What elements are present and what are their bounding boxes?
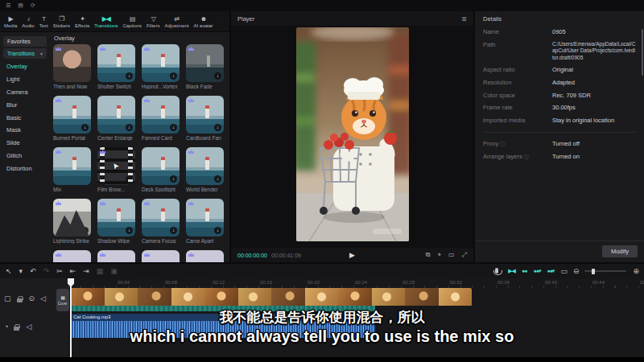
fullscreen-icon[interactable]: ⤢: [462, 251, 467, 259]
favorites-button[interactable]: Favorites: [3, 36, 47, 47]
transition-tile[interactable]: ↓Burned Portal: [53, 96, 91, 142]
tab-audio[interactable]: ♪Audio: [19, 14, 36, 29]
transition-thumbnail: ↓: [142, 199, 180, 237]
detail-row: Proxy ⓘTurned off: [483, 140, 636, 148]
video-frame[interactable]: [296, 27, 409, 241]
zoom-slider[interactable]: [584, 270, 626, 272]
transition-thumbnail: [142, 250, 180, 262]
redo-icon[interactable]: ↷: [43, 265, 49, 278]
transition-tile[interactable]: ↓Shutter Switch: [97, 44, 135, 90]
transition-thumbnail: [53, 44, 91, 82]
tab-ai-avatar[interactable]: ☻AI avatar: [191, 14, 215, 29]
transition-tile[interactable]: ↓Camera Focus: [142, 199, 180, 245]
vip-crown-icon: [100, 47, 105, 51]
transition-tile[interactable]: ↓Fanned Card: [142, 96, 180, 142]
transition-tile[interactable]: ↓➤Film Brow...: [97, 147, 135, 193]
split-icon[interactable]: ✂: [56, 265, 62, 278]
toggle-track-icon[interactable]: ▢: [4, 292, 10, 305]
transition-name: Cardboard Fan: [186, 135, 224, 141]
ruler-label: 00:24: [355, 280, 367, 285]
sidebar-item-glitch[interactable]: Glitch: [0, 149, 50, 162]
detail-value: Turned off: [552, 140, 636, 148]
transition-tile[interactable]: ↓Cardboard Fan: [186, 96, 224, 142]
transition-thumbnail: ↓: [53, 96, 91, 134]
transition-tile[interactable]: Then and Now: [53, 44, 91, 90]
sidebar-item-blur[interactable]: Blur: [0, 98, 50, 111]
transition-tile[interactable]: [53, 250, 91, 262]
cover-button[interactable]: ▦ Cover: [56, 289, 69, 311]
zoom-out-icon[interactable]: ⊖: [573, 265, 579, 278]
transition-tile[interactable]: ↓Carve Apart: [186, 199, 224, 245]
snap-magnet-icon[interactable]: ▶◀: [508, 265, 515, 278]
tab-effects[interactable]: ✦Effects: [72, 14, 92, 29]
tab-text[interactable]: TText: [37, 14, 51, 29]
hide-track-icon[interactable]: ⊙: [29, 292, 35, 305]
layout-icon[interactable]: ▤: [18, 0, 23, 11]
details-panel: Details Name0905PathC:/Users/Emenwa/AppD…: [475, 11, 644, 262]
transition-tile[interactable]: [186, 250, 224, 262]
playhead-line[interactable]: [70, 278, 72, 357]
transition-tile[interactable]: ↓World Bender: [186, 147, 224, 193]
trim-right-icon[interactable]: ⇥: [83, 265, 89, 278]
select-caret-icon[interactable]: ▾: [19, 265, 23, 278]
ratio-icon[interactable]: ▭: [448, 251, 455, 259]
sync-icon[interactable]: ⟳: [31, 0, 35, 11]
screen-icon[interactable]: ⧉: [426, 251, 431, 259]
mute-track-icon[interactable]: ◁: [40, 292, 45, 305]
undo-icon[interactable]: ↶: [30, 265, 35, 278]
keyframe-options-icon[interactable]: ●●▾: [533, 265, 540, 278]
track-options-icon[interactable]: ●●▾: [547, 265, 554, 278]
lock-track-icon[interactable]: [17, 298, 23, 302]
zoom-in-icon[interactable]: ⊕: [633, 265, 638, 278]
transition-tile[interactable]: ↓Deck Spotlight: [142, 147, 180, 193]
select-tool-icon[interactable]: ↖: [6, 265, 11, 278]
sidebar-item-light[interactable]: Light: [0, 73, 50, 86]
crop-icon[interactable]: ▣: [110, 265, 117, 278]
link-clips-icon[interactable]: ●●: [522, 265, 526, 278]
details-rows: Name0905PathC:/Users/Emenwa/AppData/Loca…: [475, 26, 644, 160]
transition-thumbnail: ↓: [186, 96, 224, 134]
sidebar-item-slide[interactable]: Slide: [0, 137, 50, 150]
tab-captions[interactable]: ▤Captions: [120, 14, 144, 29]
transition-tile[interactable]: ↓Black Fade: [186, 44, 224, 90]
sidebar-item-mask[interactable]: Mask: [0, 124, 50, 137]
timeline-ruler[interactable]: 00:0400:0800:1200:1600:2000:2400:2800:32…: [68, 278, 644, 288]
audio-scope-icon[interactable]: ◔: [4, 320, 7, 333]
tab-adjustment[interactable]: ⇄Adjustment: [162, 14, 191, 29]
preview-quality-icon[interactable]: ▭: [560, 265, 567, 278]
transition-tile[interactable]: ↓Hypnot...Vortex: [142, 44, 180, 90]
lock-track-icon[interactable]: [14, 327, 19, 331]
play-button[interactable]: ▶: [349, 251, 355, 259]
sidebar-item-distortion[interactable]: Distortion: [0, 162, 50, 175]
sidebar-item-camera[interactable]: Camera: [0, 86, 50, 99]
transition-tile[interactable]: ↓Center Enlarge: [97, 96, 135, 142]
transition-tile[interactable]: [142, 250, 180, 262]
mute-track-icon[interactable]: ◁: [26, 320, 31, 333]
focus-icon[interactable]: ⌖: [438, 251, 442, 259]
zoom-slider-knob[interactable]: [592, 269, 595, 274]
transition-tile[interactable]: ↓Shadow Wipe: [97, 199, 135, 245]
modify-button[interactable]: Modify: [602, 245, 638, 257]
transition-tile[interactable]: [97, 250, 135, 262]
details-header: Details: [475, 11, 644, 26]
tab-transitions[interactable]: ▶◀Transitions: [92, 14, 120, 29]
trim-left-icon[interactable]: ⇤: [70, 265, 76, 278]
transition-tile[interactable]: Mix: [53, 147, 91, 193]
menu-icon[interactable]: ☰: [6, 0, 10, 11]
tab-filters[interactable]: ▽Filters: [144, 14, 162, 29]
sidebar-item-basic[interactable]: Basic: [0, 111, 50, 124]
transitions-grid: Then and Now↓Shutter Switch↓Hypnot...Vor…: [53, 44, 229, 262]
vip-crown-icon: [56, 150, 61, 154]
tab-media[interactable]: ▶Media: [2, 14, 19, 29]
vip-crown-icon: [188, 47, 194, 51]
captions-icon: ▤: [130, 15, 135, 23]
sidebar-item-overlay[interactable]: Overlay: [0, 60, 50, 73]
category-dropdown[interactable]: Transitions ▾: [3, 48, 47, 59]
player-menu-icon[interactable]: ≣: [461, 15, 467, 23]
voiceover-mic-icon[interactable]: [495, 268, 498, 274]
transition-name: Shutter Switch: [97, 84, 135, 89]
transition-tile[interactable]: ↓Lightning Strike: [53, 199, 91, 245]
tab-stickers[interactable]: ❐Stickers: [51, 14, 72, 29]
details-scrollbar[interactable]: [642, 29, 643, 76]
delete-icon[interactable]: ▦: [97, 265, 103, 278]
